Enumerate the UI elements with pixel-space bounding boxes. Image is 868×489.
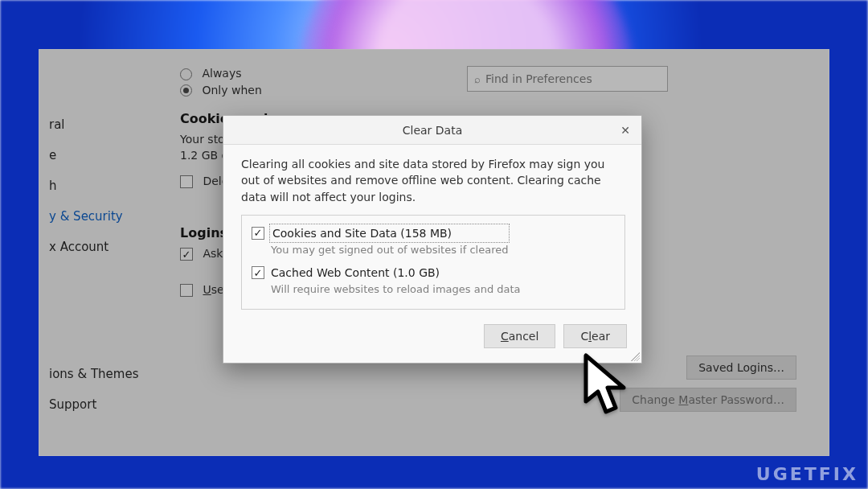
dialog-footer: Cancel Clear [223, 313, 641, 363]
option-subtitle: Will require websites to reload images a… [271, 282, 521, 298]
option-cookies-site-data[interactable]: Cookies and Site Data (158 MB) You may g… [250, 222, 616, 261]
checkbox-icon [252, 227, 264, 240]
option-title: Cached Web Content (1.0 GB) [271, 265, 521, 281]
clear-data-dialog: Clear Data ✕ Clearing all cookies and si… [223, 115, 642, 364]
watermark: UGETFIX [756, 464, 858, 484]
dialog-options-group: Cookies and Site Data (158 MB) You may g… [241, 215, 625, 310]
dialog-titlebar: Clear Data ✕ [223, 116, 641, 145]
dialog-title: Clear Data [403, 124, 463, 137]
option-cached-web-content[interactable]: Cached Web Content (1.0 GB) Will require… [250, 261, 616, 301]
cursor-arrow-icon [582, 351, 638, 426]
checkbox-icon [252, 266, 264, 279]
cancel-button[interactable]: Cancel [484, 324, 555, 348]
clear-button[interactable]: Clear [563, 324, 627, 348]
close-icon[interactable]: ✕ [617, 122, 633, 138]
option-subtitle: You may get signed out of websites if cl… [271, 243, 508, 258]
dialog-description: Clearing all cookies and site data store… [241, 156, 625, 205]
option-title: Cookies and Site Data (158 MB) [271, 225, 508, 241]
